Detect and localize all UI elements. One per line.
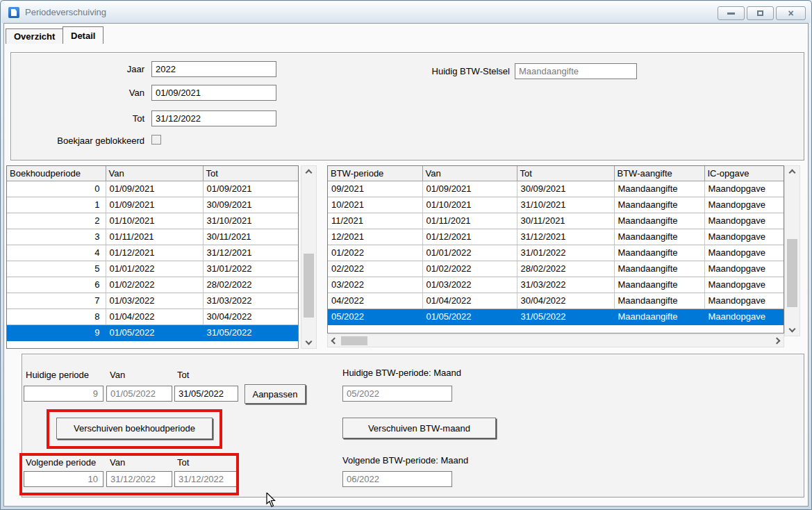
table-cell[interactable]: 01/11/2021	[422, 213, 517, 229]
table-cell[interactable]: 4	[7, 245, 106, 261]
scroll-up-button[interactable]	[785, 166, 799, 177]
table-cell[interactable]: 30/11/2021	[203, 229, 298, 245]
table-cell[interactable]: 09/2021	[328, 181, 422, 197]
column-header[interactable]: IC-opgave	[704, 166, 784, 181]
table-row[interactable]: 201/10/202131/10/2021	[7, 213, 298, 229]
table-row[interactable]: 301/11/202130/11/2021	[7, 229, 298, 245]
maximize-button[interactable]	[747, 6, 774, 20]
table-cell[interactable]: 28/02/2022	[203, 277, 298, 293]
table-row[interactable]: 901/05/202231/05/2022	[7, 324, 298, 340]
table-cell[interactable]: 01/09/2021	[106, 181, 203, 197]
table-cell[interactable]: 01/2022	[328, 245, 422, 261]
huidige-tot-field[interactable]: 31/05/2022	[174, 386, 238, 402]
scroll-right-button[interactable]	[772, 335, 784, 347]
tot-field[interactable]: 31/12/2022	[151, 110, 276, 126]
table-cell[interactable]: 31/12/2021	[517, 229, 614, 245]
scroll-track[interactable]	[301, 177, 316, 337]
table-cell[interactable]: 01/10/2021	[422, 197, 517, 213]
boekjaar-geblokkeerd-checkbox[interactable]	[151, 135, 161, 145]
btw-table-hscrollbar[interactable]	[327, 334, 784, 347]
table-row[interactable]: 501/01/202231/01/2022	[7, 261, 298, 277]
table-row[interactable]: 02/202201/02/202228/02/2022Maandaangifte…	[328, 261, 784, 277]
table-row[interactable]: 601/02/202228/02/2022	[7, 277, 298, 293]
tab-overzicht[interactable]: Overzicht	[6, 28, 63, 44]
table-cell[interactable]: Maandopgave	[704, 309, 784, 324]
table-cell[interactable]: 6	[7, 277, 106, 293]
table-cell[interactable]: 1	[7, 197, 106, 213]
scroll-left-button[interactable]	[328, 335, 339, 347]
boekhoud-table-vscrollbar[interactable]	[301, 165, 317, 349]
scroll-track[interactable]	[785, 177, 799, 324]
table-row[interactable]: 001/09/202101/09/2021	[7, 181, 298, 197]
table-cell[interactable]: 01/03/2022	[106, 293, 203, 309]
table-cell[interactable]: 03/2022	[328, 277, 422, 293]
table-cell[interactable]: 5	[7, 261, 106, 277]
table-cell[interactable]: 31/05/2022	[517, 309, 614, 324]
table-cell[interactable]: 9	[7, 324, 106, 340]
table-cell[interactable]: 31/03/2022	[517, 277, 614, 293]
table-cell[interactable]: 10/2021	[328, 197, 422, 213]
table-cell[interactable]: Maandopgave	[704, 261, 784, 277]
table-row[interactable]: 09/202101/09/202130/09/2021Maandaangifte…	[328, 181, 784, 197]
table-cell[interactable]: 2	[7, 213, 106, 229]
scroll-up-button[interactable]	[301, 166, 316, 177]
huidige-van-field[interactable]: 01/05/2022	[106, 386, 172, 402]
table-row[interactable]: 10/202101/10/202131/10/2021Maandaangifte…	[328, 197, 784, 213]
table-row[interactable]: 04/202201/04/202230/04/2022Maandaangifte…	[328, 293, 784, 309]
column-header[interactable]: Tot	[203, 166, 298, 181]
table-cell[interactable]: 3	[7, 229, 106, 245]
scroll-track[interactable]	[339, 335, 772, 347]
huidige-btw-periode-field[interactable]: 05/2022	[342, 386, 452, 402]
window-titlebar[interactable]: Periodeverschuiving ×	[1, 1, 811, 23]
table-cell[interactable]: Maandaangifte	[614, 277, 704, 293]
table-cell[interactable]: 12/2021	[328, 229, 422, 245]
btw-table-vscrollbar[interactable]	[784, 165, 800, 336]
table-row[interactable]: 701/03/202231/03/2022	[7, 293, 298, 309]
column-header[interactable]: Boekhoudperiode	[7, 166, 106, 181]
table-cell[interactable]: Maandaangifte	[614, 197, 704, 213]
table-cell[interactable]: 01/09/2021	[203, 181, 298, 197]
close-button[interactable]: ×	[776, 6, 806, 20]
table-row[interactable]: 401/12/202131/12/2021	[7, 245, 298, 261]
table-cell[interactable]: 30/09/2021	[203, 197, 298, 213]
jaar-field[interactable]: 2022	[151, 61, 276, 77]
table-cell[interactable]: Maandopgave	[704, 197, 784, 213]
table-cell[interactable]: Maandaangifte	[614, 245, 704, 261]
table-cell[interactable]: 0	[7, 181, 106, 197]
column-header[interactable]: Tot	[517, 166, 614, 181]
table-row[interactable]: 01/202201/01/202231/01/2022Maandaangifte…	[328, 245, 784, 261]
scroll-thumb[interactable]	[304, 254, 314, 318]
table-cell[interactable]: Maandaangifte	[614, 309, 704, 324]
table-cell[interactable]: Maandaangifte	[614, 293, 704, 309]
table-cell[interactable]: Maandopgave	[704, 181, 784, 197]
table-row[interactable]: 11/202101/11/202130/11/2021Maandaangifte…	[328, 213, 784, 229]
scroll-down-button[interactable]	[301, 337, 316, 348]
tab-detail[interactable]: Detail	[63, 26, 103, 44]
table-cell[interactable]: 04/2022	[328, 293, 422, 309]
table-cell[interactable]: 01/10/2021	[106, 213, 203, 229]
column-header[interactable]: Van	[422, 166, 517, 181]
table-cell[interactable]: 31/05/2022	[203, 324, 298, 340]
table-row[interactable]: 12/202101/12/202131/12/2021Maandaangifte…	[328, 229, 784, 245]
table-cell[interactable]: 8	[7, 309, 106, 324]
table-row[interactable]: 03/202201/03/202231/03/2022Maandaangifte…	[328, 277, 784, 293]
table-cell[interactable]: Maandaangifte	[614, 181, 704, 197]
table-cell[interactable]: 01/12/2021	[422, 229, 517, 245]
table-cell[interactable]: Maandaangifte	[614, 229, 704, 245]
huidige-periode-field[interactable]: 9	[24, 386, 103, 402]
table-cell[interactable]: 01/04/2022	[422, 293, 517, 309]
table-cell[interactable]: 02/2022	[328, 261, 422, 277]
table-cell[interactable]: 11/2021	[328, 213, 422, 229]
table-cell[interactable]: Maandaangifte	[614, 261, 704, 277]
verschuiven-btw-maand-button[interactable]: Verschuiven BTW-maand	[342, 418, 496, 438]
column-header[interactable]: BTW-periode	[328, 166, 422, 181]
table-cell[interactable]: Maandopgave	[704, 277, 784, 293]
table-cell[interactable]: 01/09/2021	[106, 197, 203, 213]
table-cell[interactable]: 01/09/2021	[422, 181, 517, 197]
table-cell[interactable]: Maandopgave	[704, 213, 784, 229]
table-row[interactable]: 801/04/202230/04/2022	[7, 309, 298, 324]
table-cell[interactable]: 01/11/2021	[106, 229, 203, 245]
table-cell[interactable]: Maandopgave	[704, 293, 784, 309]
table-cell[interactable]: 28/02/2022	[517, 261, 614, 277]
aanpassen-button[interactable]: Aanpassen	[245, 384, 306, 404]
